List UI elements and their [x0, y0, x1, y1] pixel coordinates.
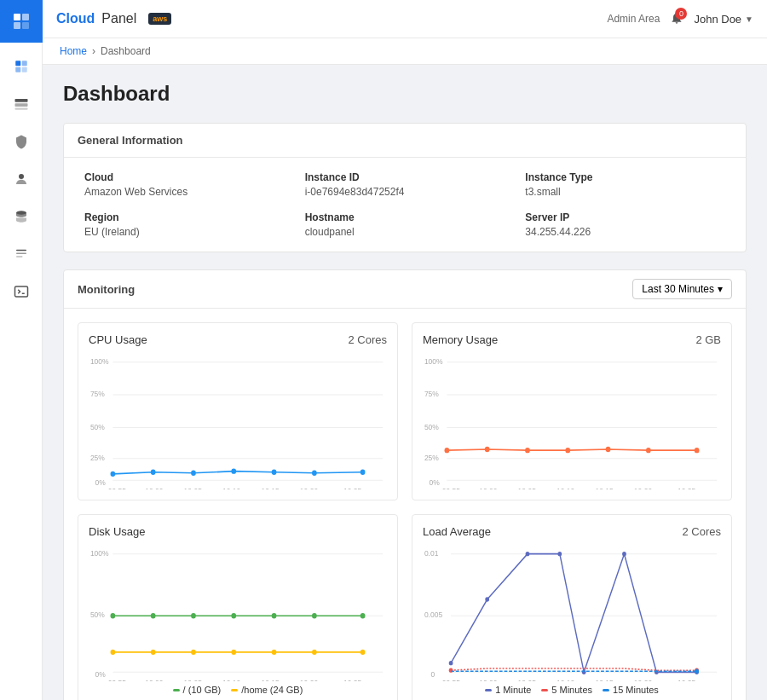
instance-type-field: Instance Type t3.small — [525, 171, 725, 198]
svg-text:75%: 75% — [90, 390, 105, 399]
svg-point-32 — [272, 470, 277, 475]
svg-point-52 — [445, 448, 450, 453]
svg-rect-14 — [16, 253, 26, 255]
svg-text:0%: 0% — [95, 477, 106, 487]
region-label: Region — [84, 211, 285, 223]
cloud-label: Cloud — [84, 171, 285, 183]
instance-type-label: Instance Type — [525, 171, 725, 183]
svg-point-11 — [19, 174, 24, 179]
load-average-chart: Load Average 2 Cores 0.01 0.005 0 — [412, 514, 732, 700]
svg-point-102 — [557, 552, 562, 556]
notification-bell[interactable]: 0 — [670, 11, 683, 27]
svg-text:10:00: 10:00 — [479, 487, 497, 489]
svg-text:100%: 100% — [90, 548, 109, 558]
svg-text:09:55: 09:55 — [108, 679, 126, 681]
timerange-label: Last 30 Minutes — [642, 283, 714, 295]
svg-text:10:15: 10:15 — [261, 487, 279, 489]
svg-point-76 — [272, 613, 277, 618]
svg-text:10:05: 10:05 — [184, 487, 202, 489]
sidebar-item-terminal[interactable] — [4, 275, 38, 309]
svg-rect-16 — [14, 286, 27, 297]
instance-id-field: Instance ID i-0e7694e83d47252f4 — [305, 171, 505, 198]
svg-text:10:10: 10:10 — [222, 487, 240, 489]
sidebar-item-database[interactable] — [4, 200, 38, 234]
svg-point-84 — [312, 650, 317, 655]
svg-rect-10 — [14, 108, 27, 110]
svg-rect-6 — [15, 67, 20, 72]
sidebar-item-users[interactable] — [4, 162, 38, 196]
svg-text:100%: 100% — [424, 356, 443, 366]
breadcrumb: Home › Dashboard — [43, 38, 767, 65]
svg-point-54 — [525, 448, 530, 453]
load-5min-dot — [541, 689, 548, 691]
svg-rect-9 — [14, 103, 27, 107]
user-menu[interactable]: John Doe ▼ — [694, 13, 753, 26]
svg-text:50%: 50% — [424, 422, 439, 431]
disk-usage-chart: Disk Usage 100% 50% 0% — [78, 514, 398, 700]
svg-point-34 — [360, 470, 366, 475]
svg-text:0.01: 0.01 — [424, 548, 439, 558]
svg-text:10:05: 10:05 — [518, 679, 536, 681]
svg-rect-0 — [14, 14, 20, 20]
svg-text:10:15: 10:15 — [595, 487, 613, 489]
svg-text:10:25: 10:25 — [678, 487, 695, 489]
sidebar-nav — [4, 43, 38, 700]
dropdown-arrow-icon: ▾ — [718, 283, 723, 295]
svg-text:10:25: 10:25 — [343, 487, 361, 489]
load-1min-label: 1 Minute — [495, 685, 531, 695]
logo-panel: Panel — [101, 11, 136, 26]
instance-id-value: i-0e7694e83d47252f4 — [305, 186, 505, 198]
svg-point-107 — [449, 668, 453, 673]
svg-text:10:15: 10:15 — [595, 679, 613, 681]
breadcrumb-home[interactable]: Home — [60, 45, 87, 57]
svg-text:10:00: 10:00 — [145, 679, 163, 681]
svg-rect-15 — [16, 256, 23, 257]
timerange-dropdown[interactable]: Last 30 Minutes ▾ — [632, 279, 732, 299]
svg-point-30 — [191, 471, 196, 476]
general-info-header: General Information — [64, 124, 746, 158]
svg-point-100 — [485, 597, 489, 601]
memory-usage-chart: Memory Usage 2 GB 100% 75% 50% 25% 0% — [412, 322, 732, 500]
user-menu-arrow: ▼ — [745, 14, 753, 24]
breadcrumb-separator: › — [92, 45, 95, 57]
load-15min-dot — [603, 689, 609, 691]
svg-text:0.005: 0.005 — [424, 610, 442, 620]
svg-point-56 — [606, 447, 611, 452]
disk-legend-root: / (10 GB) — [173, 685, 222, 695]
instance-type-value: t3.small — [525, 186, 725, 198]
general-info-panel: General Information Cloud Amazon Web Ser… — [63, 123, 747, 252]
svg-point-85 — [360, 650, 366, 655]
disk-legend: / (10 GB) /home (24 GB) — [89, 685, 387, 695]
memory-chart-value: 2 GB — [695, 333, 721, 346]
disk-home-dot — [231, 689, 238, 691]
svg-point-109 — [695, 669, 699, 674]
load-legend-15min: 15 Minutes — [603, 685, 659, 695]
sidebar-item-server[interactable] — [4, 87, 38, 121]
svg-text:09:55: 09:55 — [442, 679, 460, 681]
cloud-value: Amazon Web Services — [84, 186, 285, 198]
svg-point-57 — [646, 448, 651, 453]
sidebar-logo — [0, 0, 43, 43]
svg-text:09:55: 09:55 — [442, 487, 460, 489]
svg-point-31 — [231, 468, 236, 473]
svg-point-77 — [312, 613, 317, 618]
svg-text:10:10: 10:10 — [222, 679, 240, 681]
sidebar-item-dashboard[interactable] — [4, 49, 38, 84]
cloud-field: Cloud Amazon Web Services — [84, 171, 285, 198]
svg-point-80 — [151, 650, 156, 655]
svg-text:0%: 0% — [430, 477, 440, 487]
aws-badge: aws — [148, 13, 171, 25]
topbar: CloudPanel aws Admin Area 0 John Doe ▼ — [43, 0, 767, 38]
user-name: John Doe — [694, 13, 741, 26]
region-field: Region EU (Ireland) — [84, 211, 285, 238]
svg-text:75%: 75% — [424, 390, 439, 399]
notification-count: 0 — [675, 8, 687, 20]
svg-text:10:20: 10:20 — [634, 487, 652, 489]
sidebar-item-logs[interactable] — [4, 237, 38, 271]
sidebar-item-security[interactable] — [4, 124, 38, 159]
logo-cloud: Cloud — [56, 11, 95, 26]
svg-point-75 — [231, 613, 236, 618]
svg-text:10:00: 10:00 — [479, 679, 497, 681]
cpu-chart-title: CPU Usage — [89, 333, 147, 346]
svg-point-33 — [312, 471, 317, 476]
